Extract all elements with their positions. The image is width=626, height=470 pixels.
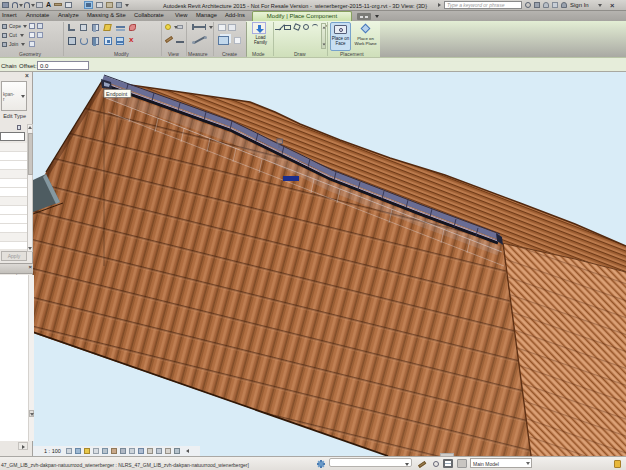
svg-text:Endpoint: Endpoint <box>106 91 128 97</box>
